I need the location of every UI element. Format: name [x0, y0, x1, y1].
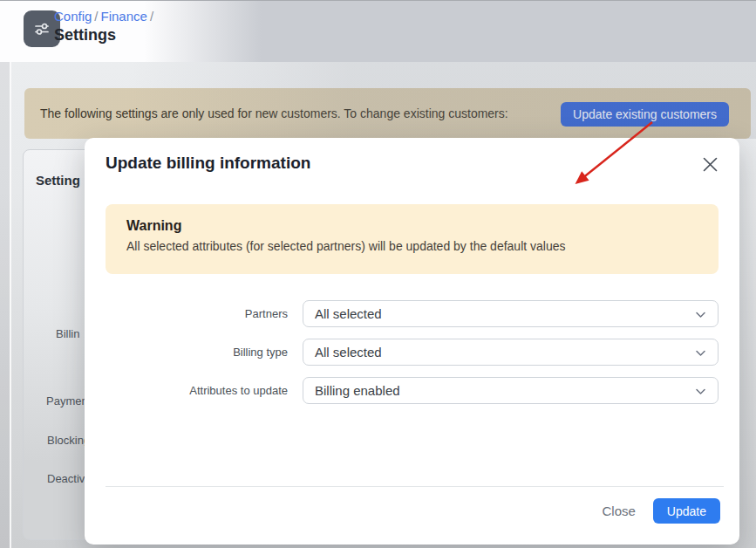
breadcrumb-link-config[interactable]: Config	[54, 9, 92, 24]
billing-type-select[interactable]: All selected	[303, 339, 719, 366]
billing-type-label: Billing type	[106, 346, 303, 359]
warning-title: Warning	[126, 218, 698, 234]
billing-type-select-value: All selected	[315, 345, 382, 360]
attributes-to-update-select[interactable]: Billing enabled	[303, 377, 719, 404]
update-button[interactable]: Update	[653, 498, 720, 524]
new-customers-info-banner: The following settings are only used for…	[24, 88, 751, 139]
partners-select-value: All selected	[315, 306, 382, 321]
partners-select[interactable]: All selected	[303, 300, 719, 327]
form-row-attributes: Attributes to update Billing enabled	[106, 377, 719, 404]
close-icon[interactable]	[699, 154, 720, 175]
modal-title: Update billing information	[106, 154, 310, 173]
breadcrumb-link-finance[interactable]: Finance	[101, 9, 147, 24]
breadcrumb-separator: /	[147, 9, 156, 24]
warning-alert: Warning All selected attributes (for sel…	[106, 204, 719, 274]
close-button[interactable]: Close	[602, 503, 635, 518]
bg-label-payment: Paymen	[46, 394, 88, 408]
page-header: Config/Finance/ Settings	[0, 1, 756, 62]
bg-label-deactivation: Deactiv	[47, 472, 85, 485]
update-existing-customers-button[interactable]: Update existing customers	[561, 102, 729, 127]
chevron-down-icon	[694, 346, 707, 363]
footer-divider	[106, 486, 724, 487]
banner-message: The following settings are only used for…	[40, 106, 508, 120]
update-billing-information-modal: Update billing information Warning All s…	[85, 138, 739, 545]
warning-body: All selected attributes (for selected pa…	[126, 239, 698, 253]
bg-label-billing: Billin	[56, 327, 79, 340]
update-billing-form: Partners All selected Billing type All s…	[106, 300, 719, 415]
chevron-down-icon	[694, 308, 707, 325]
attributes-select-value: Billing enabled	[315, 383, 400, 398]
modal-footer: Close Update	[602, 498, 720, 524]
form-row-billing-type: Billing type All selected	[106, 339, 719, 366]
breadcrumb: Config/Finance/	[54, 9, 156, 24]
app-window: Config/Finance/ Settings Setting Billin …	[0, 0, 756, 548]
breadcrumb-separator: /	[92, 9, 100, 24]
left-scrollbar[interactable]	[0, 62, 11, 548]
settings-card-heading: Setting	[36, 173, 80, 188]
attributes-to-update-label: Attributes to update	[106, 384, 303, 397]
bg-label-blocking: Blocking	[47, 434, 90, 447]
chevron-down-icon	[694, 385, 707, 401]
form-row-partners: Partners All selected	[106, 300, 719, 327]
partners-label: Partners	[106, 307, 303, 320]
page-title: Settings	[54, 26, 116, 45]
